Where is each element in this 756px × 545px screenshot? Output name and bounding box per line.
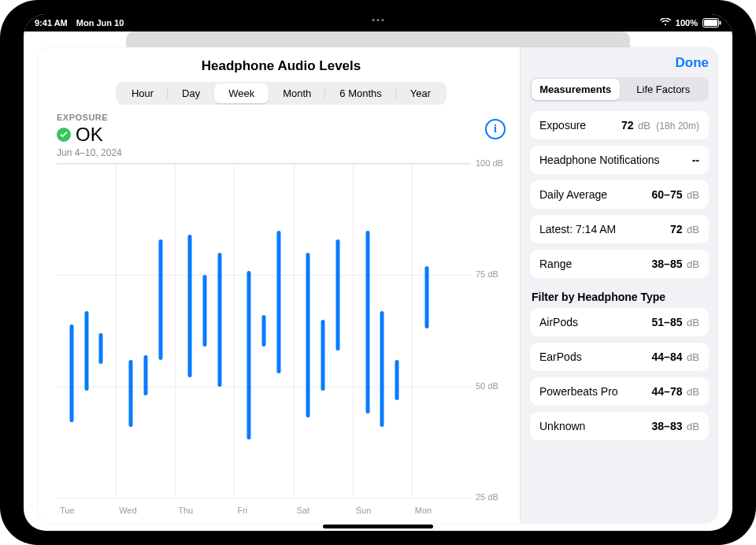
measurement-sub: (18h 20m) [654, 120, 699, 132]
chart-bar[interactable] [380, 311, 384, 427]
time-seg-6-months[interactable]: 6 Months [325, 83, 395, 103]
filter-label: AirPods [539, 316, 578, 328]
filter-row[interactable]: Unknown38–83 dB [530, 412, 709, 440]
filter-label: Powerbeats Pro [539, 385, 618, 398]
time-seg-hour[interactable]: Hour [117, 83, 168, 103]
chart-bar[interactable] [217, 253, 221, 387]
measurements-list: Exposure72 dB (18h 20m)Headphone Notific… [530, 111, 709, 284]
chart-bar[interactable] [188, 235, 192, 377]
chart-bar[interactable] [395, 360, 399, 400]
measurement-value: 38–85 [652, 258, 683, 270]
tab-measurements[interactable]: Measurements [532, 79, 620, 100]
chart-bar[interactable] [365, 231, 369, 413]
measurement-unit: dB [635, 120, 650, 132]
v-gridline [353, 164, 354, 498]
filter-value: 38–83 [652, 420, 683, 432]
filter-row[interactable]: Powerbeats Pro44–78 dB [530, 377, 709, 406]
chart-bar[interactable] [335, 239, 339, 350]
x-tick: Mon [415, 506, 432, 515]
chart-bar[interactable] [143, 355, 147, 395]
exposure-date-range: Jun 4–10, 2024 [57, 147, 506, 158]
measurement-row[interactable]: Daily Average60–75 dB [530, 180, 709, 209]
chart-bar[interactable] [306, 253, 310, 417]
battery-icon [702, 18, 721, 28]
time-range-segmented[interactable]: HourDayWeekMonth6 MonthsYear [116, 82, 447, 105]
chart-bar[interactable] [202, 275, 206, 346]
measurement-value: 72 [670, 223, 683, 235]
filter-row[interactable]: AirPods51–85 dB [530, 308, 709, 336]
page-title: Headphone Audio Levels [57, 58, 506, 74]
v-gridline [294, 164, 295, 498]
filter-row[interactable]: EarPods44–84 dB [530, 343, 709, 371]
info-button[interactable]: i [485, 119, 506, 139]
side-panel: Done Measurements Life Factors Exposure7… [520, 47, 718, 523]
filter-unit: dB [684, 421, 699, 432]
measurement-unit: dB [684, 224, 699, 235]
svg-rect-1 [704, 20, 717, 26]
measurement-value: -- [692, 154, 699, 166]
x-tick: Fri [237, 506, 247, 515]
x-tick: Sat [297, 506, 310, 515]
filter-value: 51–85 [652, 316, 683, 328]
v-gridline [234, 164, 235, 498]
time-seg-week[interactable]: Week [214, 83, 269, 103]
chart-bar[interactable] [321, 320, 325, 391]
x-tick: Tue [60, 506, 75, 515]
measurement-label: Range [539, 258, 572, 270]
chart-bar[interactable] [247, 271, 251, 440]
battery-percent: 100% [676, 18, 698, 28]
measurement-row[interactable]: Headphone Notifications-- [530, 146, 709, 174]
v-gridline [412, 164, 413, 498]
chart-bar[interactable] [424, 266, 428, 328]
home-indicator[interactable] [323, 525, 433, 528]
filter-header: Filter by Headphone Type [532, 291, 707, 303]
time-seg-month[interactable]: Month [269, 83, 325, 103]
chart-plot-area[interactable]: TueWedThuFriSatSunMon [57, 163, 471, 515]
y-tick: 75 dB [476, 269, 498, 279]
measurement-row[interactable]: Range38–85 dB [530, 250, 709, 278]
wifi-icon [660, 18, 671, 28]
chart-bar[interactable] [158, 239, 162, 360]
filter-unit: dB [684, 386, 699, 398]
y-tick: 100 dB [476, 158, 503, 168]
measurement-label: Headphone Notifications [539, 154, 660, 166]
measurement-value: 72 [621, 119, 634, 132]
measurement-value: 60–75 [652, 188, 683, 201]
y-tick: 25 dB [476, 492, 498, 502]
h-gridline [57, 387, 471, 387]
h-gridline [57, 164, 471, 165]
status-time: 9:41 AM [35, 18, 68, 28]
x-tick: Thu [178, 506, 193, 515]
detail-sheet: Headphone Audio Levels HourDayWeekMonth6… [38, 47, 718, 523]
main-panel: Headphone Audio Levels HourDayWeekMonth6… [38, 47, 520, 523]
chart[interactable]: TueWedThuFriSatSunMon 25 dB50 dB75 dB100… [57, 163, 506, 515]
chart-bar[interactable] [276, 231, 280, 373]
done-button[interactable]: Done [530, 55, 709, 71]
chart-bar[interactable] [84, 311, 88, 391]
filter-label: Unknown [539, 420, 585, 432]
measurement-row[interactable]: Exposure72 dB (18h 20m) [530, 111, 709, 139]
time-seg-day[interactable]: Day [168, 83, 214, 103]
status-date: Mon Jun 10 [76, 18, 124, 28]
h-gridline [57, 498, 471, 499]
tab-life-factors[interactable]: Life Factors [620, 79, 708, 100]
side-tabs[interactable]: Measurements Life Factors [530, 77, 709, 102]
multitask-dots[interactable] [372, 19, 384, 21]
v-gridline [116, 164, 117, 498]
chart-bar[interactable] [128, 360, 132, 427]
h-gridline [57, 275, 471, 276]
measurement-row[interactable]: Latest: 7:14 AM72 dB [530, 215, 709, 243]
x-tick: Wed [119, 506, 136, 515]
filter-value: 44–78 [652, 385, 683, 398]
filter-unit: dB [684, 351, 699, 363]
exposure-caption: EXPOSURE [57, 113, 506, 122]
chart-bar[interactable] [99, 333, 103, 365]
measurement-unit: dB [684, 258, 699, 270]
x-tick: Sun [356, 506, 372, 515]
time-seg-year[interactable]: Year [396, 83, 445, 103]
headphone-filter-list: AirPods51–85 dBEarPods44–84 dBPowerbeats… [530, 308, 709, 447]
chart-bar[interactable] [262, 315, 266, 347]
filter-unit: dB [684, 317, 699, 328]
y-tick: 50 dB [476, 381, 498, 391]
chart-bar[interactable] [69, 324, 73, 422]
